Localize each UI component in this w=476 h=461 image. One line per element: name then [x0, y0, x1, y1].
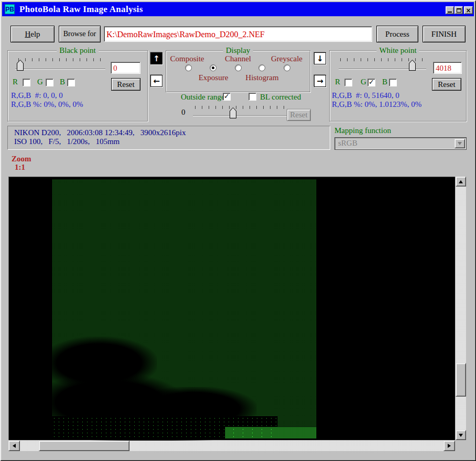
display-radio-greyscale[interactable] [284, 64, 290, 71]
maximize-icon [457, 8, 461, 13]
vertical-scrollbar-thumb[interactable] [456, 363, 466, 397]
black-point-reset-label: Reset [117, 80, 134, 89]
exif-line-2: ISO 100, F/5, 1/200s, 105mm [14, 137, 120, 146]
display-option-histogram-label: Histogram [245, 73, 278, 82]
scroll-up-icon [459, 180, 463, 183]
process-button-label: Process [385, 30, 409, 39]
black-point-title: Black point [57, 46, 99, 55]
outside-range-checkbox[interactable]: ✓ [223, 93, 231, 101]
horizontal-scrollbar-thumb[interactable] [39, 441, 129, 451]
offset-reset-label: Reset [290, 111, 307, 119]
scroll-right-button[interactable] [443, 441, 455, 451]
black-point-slider-track[interactable] [15, 69, 105, 70]
white-point-r-label: R [335, 78, 340, 86]
image-dense-band [225, 427, 317, 438]
zoom-value: 1:1 [15, 163, 25, 172]
black-point-g-checkbox[interactable] [46, 79, 53, 86]
black-point-g-label: G [37, 78, 43, 86]
scroll-left-button[interactable] [8, 441, 20, 451]
display-radio-histogram[interactable] [258, 64, 265, 71]
black-point-b-checkbox[interactable] [67, 79, 75, 86]
app-icon[interactable]: PB [5, 4, 15, 14]
right-arrow-icon: → [317, 76, 323, 86]
close-button[interactable]: × [464, 6, 473, 14]
browse-button-label: Browse for [63, 30, 96, 38]
image-viewport[interactable] [8, 177, 455, 440]
offset-slider-track[interactable] [193, 115, 287, 116]
offset-value-label: 0 [181, 108, 186, 117]
white-point-title: White point [376, 46, 419, 55]
white-point-reset-button[interactable]: Reset [432, 78, 461, 91]
finish-button-label: FINISH [431, 30, 457, 39]
file-path-input[interactable] [104, 27, 372, 41]
zoom-label: Zoom [12, 155, 31, 163]
check-icon: ✓ [224, 92, 230, 100]
display-radio-composite[interactable] [185, 64, 192, 71]
app-window: PB PhotoBola Raw Image Analysis × Help B… [0, 0, 476, 461]
white-point-reset-label: Reset [438, 80, 455, 89]
bl-corrected-label: BL corrected [260, 93, 301, 102]
horizontal-scrollbar[interactable] [8, 441, 455, 451]
title-bar[interactable]: PB PhotoBola Raw Image Analysis × [2, 2, 474, 16]
minimize-icon [448, 12, 452, 13]
vertical-scrollbar[interactable] [456, 177, 466, 440]
chevron-down-icon [458, 142, 462, 145]
help-button[interactable]: Help [10, 26, 55, 42]
black-point-stats-pct: R,G,B %: 0%, 0%, 0% [11, 100, 83, 109]
offset-slider-thumb[interactable] [230, 107, 236, 118]
bl-corrected-checkbox[interactable] [248, 93, 256, 101]
scroll-right-icon [448, 444, 451, 448]
display-title: Display [223, 46, 253, 55]
mapping-function-label: Mapping function [334, 126, 391, 135]
display-group: Display Composite Channel Greyscale Expo… [166, 50, 310, 92]
finish-button[interactable]: FINISH [423, 26, 466, 42]
scroll-left-icon [13, 444, 16, 448]
raw-image-preview[interactable] [52, 180, 317, 438]
scroll-down-icon [459, 434, 463, 437]
white-point-value-input[interactable] [434, 62, 461, 73]
white-point-g-checkbox[interactable]: ✓ [367, 79, 375, 86]
window-title: PhotoBola Raw Image Analysis [19, 4, 143, 15]
outside-range-label: Outside range [181, 93, 225, 102]
white-point-r-checkbox[interactable] [344, 79, 352, 86]
black-point-reset-button[interactable]: Reset [111, 78, 140, 91]
black-point-stats-count: R,G,B #: 0, 0, 0 [11, 91, 63, 100]
white-point-group: White point R G ✓ B Reset R,G,B #: 0, 51… [329, 50, 467, 122]
display-radio-exposure[interactable] [210, 64, 217, 71]
black-point-b-label: B [60, 78, 65, 86]
black-point-slider-thumb[interactable] [17, 60, 24, 71]
display-option-greyscale-label: Greyscale [271, 54, 302, 63]
scroll-up-button[interactable] [456, 177, 466, 186]
exif-info-box: NIKON D200, 2006:03:08 12:34:49, 3900x26… [7, 126, 330, 150]
pan-up-button[interactable]: ↑ [150, 52, 163, 64]
black-point-value-input[interactable] [111, 62, 140, 73]
scroll-down-button[interactable] [456, 430, 466, 440]
pan-left-button[interactable]: ← [150, 75, 163, 87]
black-point-group: Black point R G B Reset R,G,B #: 0, 0, 0… [7, 50, 148, 122]
browse-button[interactable]: Browse for [59, 26, 101, 42]
black-point-slider-ticks [18, 58, 104, 61]
help-button-label: Help [25, 30, 40, 39]
white-point-stats-pct: R,G,B %: 0%, 1.0123%, 0% [332, 100, 421, 109]
white-point-g-label: G [361, 78, 366, 86]
display-option-exposure-label: Exposure [199, 73, 229, 82]
mapping-function-select: sRGB [334, 137, 467, 150]
file-path-field-frame [104, 26, 372, 42]
display-radio-channel[interactable] [235, 64, 242, 71]
maximize-button[interactable] [455, 6, 463, 14]
white-point-slider-thumb[interactable] [409, 60, 416, 71]
pan-down-button[interactable]: ↓ [314, 52, 326, 64]
down-arrow-icon: ↓ [317, 54, 323, 63]
black-point-r-checkbox[interactable] [23, 79, 30, 86]
black-point-value-frame [111, 62, 140, 74]
left-arrow-icon: ← [153, 76, 160, 86]
white-point-b-checkbox[interactable] [389, 79, 397, 86]
pan-right-button[interactable]: → [314, 75, 326, 87]
display-option-composite-label: Composite [170, 54, 204, 63]
close-icon: × [466, 7, 471, 14]
white-point-stats-count: R,G,B #: 0, 51640, 0 [332, 91, 399, 100]
process-button[interactable]: Process [376, 26, 418, 42]
minimize-button[interactable] [446, 6, 454, 14]
radio-selected-dot [212, 67, 214, 69]
white-point-b-label: B [382, 78, 387, 86]
